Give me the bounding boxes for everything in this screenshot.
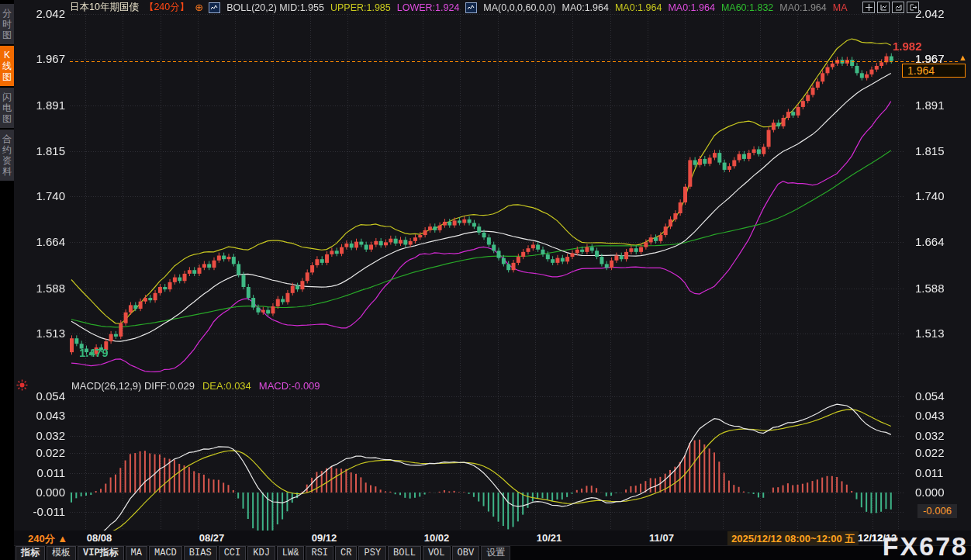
period-selector[interactable]: 240分 ▲ [28,532,67,546]
main-y-tick: 2.042 [915,7,969,20]
add-indicator-icon[interactable]: ⊕ [195,2,203,13]
instrument-title: 日本10年期国债 [70,1,139,14]
macd-y-tick: 0.054 [915,389,969,403]
live-indicator-icon[interactable] [16,379,28,394]
indicator-value: MA0:1.964 [779,2,826,13]
x-axis-date: 10/02 [424,532,450,544]
macd-y-tick: 0.022 [19,446,65,459]
last-price-tag: 1.964 [902,64,966,78]
toolbar-tab-MACD[interactable]: MACD [149,546,182,560]
main-y-tick: 1.513 [19,327,65,340]
macd-y-tick: 0.011 [19,466,65,479]
macd-y-tick: 0.000 [19,486,65,499]
macd-current-tag: -0.006 [917,504,957,518]
toolbar-tab-RSI[interactable]: RSI [306,546,333,560]
sidebar: 分时图K线图闪电图合约资料 [0,0,14,560]
app-window: 分时图K线图闪电图合约资料 日本10年期国债 【240分】 ⊕ BOLL(20,… [0,0,971,560]
toolbar-tab-VIP指标[interactable]: VIP指标 [78,546,124,560]
chart-canvas[interactable] [0,0,971,560]
toolbar-tab-CCI[interactable]: CCI [219,546,247,560]
sidebar-item-kline-chart[interactable]: K线图 [0,46,14,86]
x-axis-date: 11/07 [649,532,674,544]
main-y-tick: 1.891 [19,99,65,112]
macd-y-tick: 0.000 [915,486,969,499]
main-y-tick: 1.967 [19,52,65,65]
toolbar-tab-指标[interactable]: 指标 [16,546,45,560]
sidebar-item-lightning-chart[interactable]: 闪电图 [0,88,14,128]
main-y-tick: 1.664 [915,235,969,248]
x-axis-date: 09/12 [312,532,337,544]
indicator-value: UPPER:1.985 [330,2,391,13]
x-axis-strip: 240分 ▲ 08/0808/2709/1210/0210/2111/0712/… [14,531,971,545]
macd-y-tick: 0.011 [915,466,969,479]
macd-y-tick: 0.032 [915,429,969,442]
macd-y-tick: -0.011 [19,505,65,518]
price-up-arrow-icon: ▲ [959,53,967,62]
main-y-tick: 1.588 [19,282,65,295]
indicator-value: MA(0,0,0,60,0,0) [483,2,555,13]
x-axis-date: 08/08 [87,532,112,544]
x-axis-date: 10/21 [537,532,562,544]
indicator-value: MA0:1.964 [615,2,662,13]
macd-value: MACD:-0.009 [259,380,320,392]
watermark: FX678 [883,531,968,560]
toolbar-tab-CR[interactable]: CR [335,546,357,560]
indicator-value: LOWER:1.924 [397,2,460,13]
window-layout-icons [862,2,919,13]
toolbar-tab-BOLL[interactable]: BOLL [388,546,421,560]
main-y-tick: 1.740 [915,189,969,202]
macd-y-tick: 0.022 [915,446,969,459]
macd-y-tick: 0.043 [915,409,969,422]
chart-header: 日本10年期国债 【240分】 ⊕ BOLL(20,2) MID:1.955UP… [70,1,848,14]
left-chart-pane-icon[interactable] [877,2,890,13]
right-chart-pane-icon[interactable] [892,2,904,13]
indicator-value: MA60:1.832 [721,2,773,13]
main-y-tick: 1.740 [19,189,65,202]
indicator-toolbar: 指标模板VIP指标MAMACDBIASCCIKDJLW&RSICRPSYBOLL… [14,545,971,560]
indicator-value: BOLL(20,2) MID:1.955 [226,2,324,13]
main-y-tick: 1.815 [19,144,65,157]
macd-y-tick: 0.043 [19,409,65,422]
toolbar-tab-模板[interactable]: 模板 [47,546,76,560]
toolbar-tab-KDJ[interactable]: KDJ [247,546,275,560]
main-y-tick: 1.588 [915,282,969,295]
main-y-tick: 1.815 [915,144,969,157]
indicator-value: MA0:1.964 [562,2,608,13]
toolbar-tab-OBV[interactable]: OBV [452,546,480,560]
toolbar-tab-MA[interactable]: MA [126,546,147,560]
session-time-tag: 2025/12/12 08:00~12:00 五 [727,531,859,547]
period-tag: 【240分】 [144,1,189,14]
session-low-label: 1.479 [79,346,109,359]
toolbar-tab-BIAS[interactable]: BIAS [184,546,217,560]
period-arrow-icon: ▲ [57,533,67,544]
macd-y-tick: 0.032 [19,429,65,442]
toolbar-tab-VOL[interactable]: VOL [423,546,451,560]
indicator-values: BOLL(20,2) MID:1.955UPPER:1.985LOWER:1.9… [209,2,847,13]
toolbar-tab-设置[interactable]: 设置 [481,546,510,560]
indicator-value: MA0:1.964 [668,2,714,13]
session-date-label: 12/12 [858,532,883,544]
main-y-tick: 2.042 [19,7,65,20]
sidebar-item-time-chart[interactable]: 分时图 [0,4,14,44]
indicator-chart-icon[interactable] [209,2,220,13]
collapse-pane-icon[interactable] [907,2,919,13]
main-y-tick: 1.664 [19,235,65,248]
main-y-tick: 1.891 [915,99,969,112]
crosshair-icon[interactable] [862,2,875,13]
main-y-tick: 1.513 [915,327,969,340]
indicator-chart-icon[interactable] [465,2,477,13]
session-high-label: 1.982 [893,40,922,53]
toolbar-tab-PSY[interactable]: PSY [358,546,386,560]
macd-value: MACD(26,12,9) DIFF:0.029 [71,380,195,392]
sidebar-item-contract-info[interactable]: 合约资料 [0,130,14,181]
macd-value: DEA:0.034 [202,380,251,392]
indicator-value: MA [833,2,848,13]
macd-header: MACD(26,12,9) DIFF:0.029DEA:0.034MACD:-0… [71,380,320,392]
x-axis-date: 08/27 [199,532,225,544]
toolbar-tab-LW&[interactable]: LW& [277,546,305,560]
